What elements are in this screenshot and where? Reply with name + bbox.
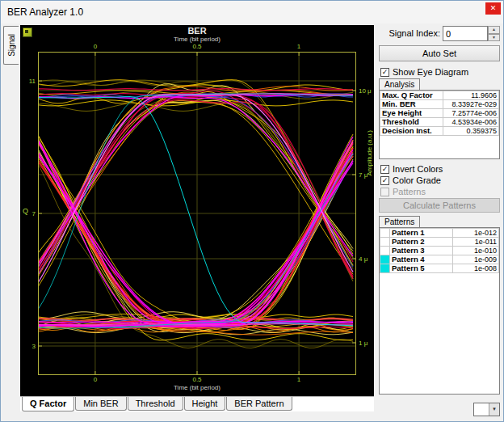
spinner-down-button[interactable]: ▼ (488, 34, 500, 42)
checkbox-check-icon: ✓ (380, 68, 389, 77)
tab-signal-label: Signal (7, 34, 16, 57)
q-tick-label: 11 (29, 78, 36, 85)
tab-patterns[interactable]: Patterns (379, 216, 420, 227)
pattern-color-swatch (380, 247, 390, 255)
show-eye-diagram-label: Show Eye Diagram (393, 67, 468, 77)
eye-diagram-svg (38, 52, 356, 375)
dropdown-arrow-icon: ▼ (489, 403, 499, 416)
tab-threshold[interactable]: Threshold (128, 397, 183, 411)
analysis-row[interactable]: Max. Q Factor11.9606 (380, 91, 499, 100)
show-eye-diagram-checkbox[interactable]: ✓ Show Eye Diagram (380, 67, 468, 77)
calculate-patterns-button[interactable]: Calculate Patterns (379, 198, 500, 213)
tab-signal[interactable]: Signal (3, 26, 19, 65)
checkbox-empty-box (380, 188, 389, 196)
analysis-row[interactable]: Eye Height7.25774e-006 (380, 109, 499, 118)
close-icon: ✕ (490, 4, 497, 12)
checkbox-check-icon: ✓ (380, 165, 389, 174)
color-grade-checkbox[interactable]: ✓ Color Grade (380, 175, 441, 185)
analysis-row-label: Threshold (380, 118, 443, 127)
pattern-row-value: 1e-012 (453, 229, 499, 238)
pattern-color-dropdown[interactable]: ▼ (473, 403, 500, 416)
analysis-table: Max. Q Factor11.9606 Min. BER8.33927e-02… (379, 90, 500, 159)
up-arrow-icon: ▲ (492, 27, 496, 32)
patterns-checkbox-label: Patterns (393, 187, 426, 196)
analysis-row[interactable]: Threshold4.53934e-006 (380, 118, 499, 127)
analysis-row-label: Max. Q Factor (380, 91, 443, 100)
pattern-color-swatch (380, 255, 390, 264)
pattern-row[interactable]: Pattern 11e-012 (380, 229, 499, 238)
pattern-row-value: 1e-010 (453, 247, 499, 255)
pattern-row-value: 1e-009 (453, 255, 499, 264)
close-button[interactable]: ✕ (485, 2, 501, 15)
tab-q-factor[interactable]: Q Factor (22, 397, 74, 411)
analysis-row-label: Min. BER (380, 100, 443, 109)
analysis-row[interactable]: Min. BER8.33927e-029 (380, 100, 499, 109)
x-tick-label: 1 (297, 376, 300, 383)
analysis-row[interactable]: Decision Inst.0.359375 (380, 127, 499, 136)
pattern-row[interactable]: Pattern 21e-011 (380, 238, 499, 247)
x-tick-label: 0 (94, 376, 97, 383)
pattern-row[interactable]: Pattern 41e-009 (380, 255, 499, 264)
patterns-checkbox[interactable]: Patterns (380, 187, 426, 196)
pattern-row-label: Pattern 2 (390, 238, 453, 247)
x-tick-label: 0.5 (192, 43, 201, 50)
amplitude-axis-label: Amplitude (a.u.) (366, 130, 373, 175)
patterns-table: Pattern 11e-012 Pattern 21e-011 Pattern … (379, 227, 500, 395)
pattern-color-swatch (380, 238, 390, 247)
pattern-row-label: Pattern 3 (390, 247, 453, 255)
q-tick-label: 7 (32, 210, 36, 217)
x-tick-label: 0.5 (192, 376, 201, 383)
tab-ber-pattern[interactable]: BER Pattern (226, 397, 292, 411)
chart-title: BER (20, 26, 374, 36)
x-tick-label: 1 (297, 43, 300, 50)
color-grade-label: Color Grade (393, 175, 441, 185)
auto-set-button[interactable]: Auto Set (379, 45, 500, 61)
signal-index-input[interactable] (443, 26, 488, 41)
amplitude-tick-label: 1 μ (359, 340, 368, 347)
window-title: BER Analyzer 1.0 (7, 6, 83, 18)
analysis-row-value: 11.9606 (443, 91, 498, 100)
tab-min-ber[interactable]: Min BER (75, 397, 126, 411)
down-arrow-icon: ▼ (492, 35, 496, 40)
titlebar[interactable]: BER Analyzer 1.0 ✕ (1, 1, 503, 23)
invert-colors-label: Invert Colors (393, 164, 443, 174)
pattern-row-value: 1e-008 (453, 264, 499, 273)
pattern-row-label: Pattern 1 (390, 229, 453, 238)
checkbox-check-icon: ✓ (380, 176, 389, 185)
pattern-row[interactable]: Pattern 31e-010 (380, 247, 499, 255)
analysis-row-value: 4.53934e-006 (443, 118, 498, 127)
analysis-row-value: 8.33927e-029 (443, 100, 498, 109)
pattern-color-swatch (380, 264, 390, 273)
bottom-tab-bar: Q Factor Min BER Threshold Height BER Pa… (20, 396, 374, 411)
time-axis-label-bottom: Time (bit period) (20, 384, 374, 391)
invert-colors-checkbox[interactable]: ✓ Invert Colors (380, 164, 443, 174)
pattern-row-value: 1e-011 (453, 238, 499, 247)
pattern-color-swatch (380, 229, 390, 238)
q-axis-label: Q (23, 207, 28, 215)
analysis-row-value: 7.25774e-006 (443, 109, 498, 118)
tab-analysis[interactable]: Analysis (379, 78, 420, 90)
q-tick-label: 3 (32, 343, 36, 350)
eye-diagram-plot[interactable]: 0 0.5 1 0 0.5 1 11 7 3 10 μ 7 μ 4 μ 1 μ (38, 52, 356, 375)
analysis-row-label: Eye Height (380, 109, 443, 118)
spinner-up-button[interactable]: ▲ (488, 26, 500, 34)
analysis-row-label: Decision Inst. (380, 127, 443, 136)
eye-diagram-panel: BER Time (bit period) 0 0.5 1 0 0.5 1 11… (20, 25, 374, 396)
time-axis-label-top: Time (bit period) (20, 36, 374, 43)
amplitude-tick-label: 10 μ (359, 87, 372, 95)
analysis-row-value: 0.359375 (443, 127, 498, 136)
ber-analyzer-window: BER Analyzer 1.0 ✕ Signal BER Time (bit … (0, 0, 504, 422)
pattern-row-label: Pattern 4 (390, 255, 453, 264)
amplitude-tick-label: 4 μ (359, 255, 368, 263)
signal-index-spinner: ▲ ▼ (488, 26, 500, 41)
pattern-row-label: Pattern 5 (390, 264, 453, 273)
right-panel: Signal Index: ▲ ▼ Auto Set ✓ Show Eye Di… (377, 25, 502, 420)
tab-height[interactable]: Height (184, 397, 226, 411)
x-tick-label: 0 (94, 43, 97, 50)
signal-index-label: Signal Index: (377, 28, 440, 38)
pattern-row[interactable]: Pattern 51e-008 (380, 264, 499, 273)
